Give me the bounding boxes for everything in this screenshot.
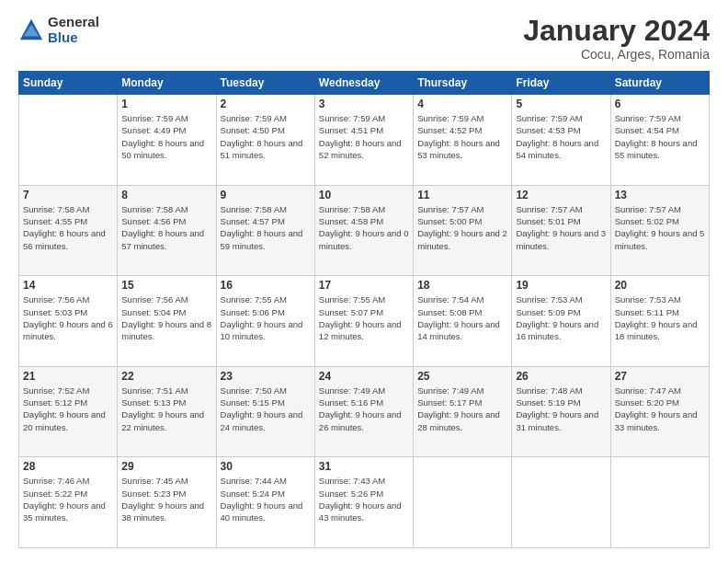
day-info: Sunrise: 7:52 AMSunset: 5:12 PMDaylight:… bbox=[23, 385, 113, 433]
day-number: 26 bbox=[516, 370, 606, 383]
day-number: 1 bbox=[121, 98, 211, 110]
logo-blue: Blue bbox=[48, 30, 99, 46]
title-area: January 2024 Cocu, Arges, Romania bbox=[523, 15, 710, 62]
table-row: 5Sunrise: 7:59 AMSunset: 4:53 PMDaylight… bbox=[512, 95, 610, 186]
day-info: Sunrise: 7:56 AMSunset: 5:04 PMDaylight:… bbox=[121, 293, 211, 342]
table-row: 9Sunrise: 7:58 AMSunset: 4:57 PMDaylight… bbox=[216, 185, 314, 276]
table-row: 11Sunrise: 7:57 AMSunset: 5:00 PMDayligh… bbox=[414, 185, 512, 276]
day-number: 31 bbox=[319, 460, 409, 473]
calendar-header-row: Sunday Monday Tuesday Wednesday Thursday… bbox=[19, 72, 710, 95]
day-number: 15 bbox=[121, 279, 211, 292]
day-info: Sunrise: 7:53 AMSunset: 5:11 PMDaylight:… bbox=[615, 293, 705, 342]
table-row: 8Sunrise: 7:58 AMSunset: 4:56 PMDaylight… bbox=[118, 185, 216, 276]
day-info: Sunrise: 7:59 AMSunset: 4:53 PMDaylight:… bbox=[516, 112, 606, 161]
day-number: 19 bbox=[516, 279, 606, 292]
table-row: 2Sunrise: 7:59 AMSunset: 4:50 PMDaylight… bbox=[216, 95, 314, 186]
day-info: Sunrise: 7:59 AMSunset: 4:49 PMDaylight:… bbox=[121, 112, 211, 161]
day-info: Sunrise: 7:59 AMSunset: 4:54 PMDaylight:… bbox=[615, 112, 705, 161]
day-number: 9 bbox=[221, 189, 311, 201]
day-number: 10 bbox=[319, 189, 409, 201]
table-row: 6Sunrise: 7:59 AMSunset: 4:54 PMDaylight… bbox=[610, 95, 709, 186]
table-row: 18Sunrise: 7:54 AMSunset: 5:08 PMDayligh… bbox=[414, 276, 512, 367]
table-row: 1Sunrise: 7:59 AMSunset: 4:49 PMDaylight… bbox=[118, 95, 216, 186]
day-info: Sunrise: 7:58 AMSunset: 4:58 PMDaylight:… bbox=[319, 203, 409, 252]
day-info: Sunrise: 7:53 AMSunset: 5:09 PMDaylight:… bbox=[516, 293, 606, 342]
day-number: 4 bbox=[417, 98, 507, 110]
day-number: 14 bbox=[23, 279, 113, 292]
table-row: 29Sunrise: 7:45 AMSunset: 5:23 PMDayligh… bbox=[118, 457, 216, 548]
day-info: Sunrise: 7:57 AMSunset: 5:00 PMDaylight:… bbox=[417, 203, 507, 252]
table-row: 24Sunrise: 7:49 AMSunset: 5:16 PMDayligh… bbox=[314, 366, 413, 457]
table-row bbox=[414, 457, 512, 548]
calendar-week-5: 28Sunrise: 7:46 AMSunset: 5:22 PMDayligh… bbox=[19, 457, 710, 548]
table-row: 23Sunrise: 7:50 AMSunset: 5:15 PMDayligh… bbox=[216, 366, 314, 457]
day-info: Sunrise: 7:59 AMSunset: 4:50 PMDaylight:… bbox=[221, 112, 311, 161]
calendar-week-3: 14Sunrise: 7:56 AMSunset: 5:03 PMDayligh… bbox=[19, 276, 710, 367]
header: General Blue January 2024 Cocu, Arges, R… bbox=[18, 15, 710, 62]
day-number: 2 bbox=[221, 98, 311, 110]
day-number: 28 bbox=[23, 460, 113, 473]
day-info: Sunrise: 7:58 AMSunset: 4:57 PMDaylight:… bbox=[221, 203, 311, 252]
day-number: 13 bbox=[615, 189, 705, 201]
day-number: 21 bbox=[23, 370, 113, 383]
day-number: 25 bbox=[417, 370, 507, 383]
day-info: Sunrise: 7:55 AMSunset: 5:06 PMDaylight:… bbox=[221, 293, 311, 342]
day-info: Sunrise: 7:50 AMSunset: 5:15 PMDaylight:… bbox=[221, 385, 311, 433]
day-number: 18 bbox=[417, 279, 507, 292]
day-info: Sunrise: 7:56 AMSunset: 5:03 PMDaylight:… bbox=[23, 293, 113, 342]
location-subtitle: Cocu, Arges, Romania bbox=[523, 47, 710, 62]
day-info: Sunrise: 7:54 AMSunset: 5:08 PMDaylight:… bbox=[417, 293, 507, 342]
header-sunday: Sunday bbox=[19, 72, 118, 95]
day-number: 24 bbox=[319, 370, 409, 383]
table-row: 28Sunrise: 7:46 AMSunset: 5:22 PMDayligh… bbox=[19, 457, 118, 548]
table-row: 27Sunrise: 7:47 AMSunset: 5:20 PMDayligh… bbox=[610, 366, 709, 457]
table-row: 4Sunrise: 7:59 AMSunset: 4:52 PMDaylight… bbox=[414, 95, 512, 186]
day-number: 3 bbox=[319, 98, 409, 110]
page: General Blue January 2024 Cocu, Arges, R… bbox=[0, 0, 728, 563]
day-info: Sunrise: 7:58 AMSunset: 4:55 PMDaylight:… bbox=[23, 203, 113, 252]
day-info: Sunrise: 7:48 AMSunset: 5:19 PMDaylight:… bbox=[516, 385, 606, 433]
logo-text: General Blue bbox=[48, 15, 99, 45]
day-number: 23 bbox=[221, 370, 311, 383]
table-row: 20Sunrise: 7:53 AMSunset: 5:11 PMDayligh… bbox=[610, 276, 709, 367]
table-row: 22Sunrise: 7:51 AMSunset: 5:13 PMDayligh… bbox=[118, 366, 216, 457]
day-info: Sunrise: 7:47 AMSunset: 5:20 PMDaylight:… bbox=[615, 385, 705, 433]
day-number: 27 bbox=[615, 370, 705, 383]
day-info: Sunrise: 7:49 AMSunset: 5:16 PMDaylight:… bbox=[319, 385, 409, 433]
table-row bbox=[19, 95, 118, 186]
day-number: 8 bbox=[121, 189, 211, 201]
header-thursday: Thursday bbox=[414, 72, 512, 95]
day-info: Sunrise: 7:44 AMSunset: 5:24 PMDaylight:… bbox=[221, 475, 311, 523]
day-number: 5 bbox=[516, 98, 606, 110]
day-info: Sunrise: 7:51 AMSunset: 5:13 PMDaylight:… bbox=[121, 385, 211, 433]
day-number: 12 bbox=[516, 189, 606, 201]
day-number: 20 bbox=[615, 279, 705, 292]
day-info: Sunrise: 7:43 AMSunset: 5:26 PMDaylight:… bbox=[319, 475, 409, 523]
calendar-week-1: 1Sunrise: 7:59 AMSunset: 4:49 PMDaylight… bbox=[19, 95, 710, 186]
header-wednesday: Wednesday bbox=[314, 72, 413, 95]
table-row: 3Sunrise: 7:59 AMSunset: 4:51 PMDaylight… bbox=[314, 95, 413, 186]
calendar-week-4: 21Sunrise: 7:52 AMSunset: 5:12 PMDayligh… bbox=[19, 366, 710, 457]
day-number: 29 bbox=[121, 460, 211, 473]
day-info: Sunrise: 7:58 AMSunset: 4:56 PMDaylight:… bbox=[121, 203, 211, 252]
table-row: 16Sunrise: 7:55 AMSunset: 5:06 PMDayligh… bbox=[216, 276, 314, 367]
day-number: 30 bbox=[221, 460, 311, 473]
table-row: 17Sunrise: 7:55 AMSunset: 5:07 PMDayligh… bbox=[314, 276, 413, 367]
table-row: 19Sunrise: 7:53 AMSunset: 5:09 PMDayligh… bbox=[512, 276, 610, 367]
table-row: 7Sunrise: 7:58 AMSunset: 4:55 PMDaylight… bbox=[19, 185, 118, 276]
logo-icon bbox=[18, 17, 44, 43]
day-number: 16 bbox=[221, 279, 311, 292]
day-info: Sunrise: 7:59 AMSunset: 4:52 PMDaylight:… bbox=[417, 112, 507, 161]
table-row bbox=[610, 457, 709, 548]
day-number: 6 bbox=[615, 98, 705, 110]
logo: General Blue bbox=[18, 15, 99, 45]
day-number: 22 bbox=[121, 370, 211, 383]
day-info: Sunrise: 7:45 AMSunset: 5:23 PMDaylight:… bbox=[121, 475, 211, 523]
day-number: 7 bbox=[23, 189, 113, 201]
logo-general: General bbox=[48, 15, 99, 30]
day-info: Sunrise: 7:57 AMSunset: 5:02 PMDaylight:… bbox=[615, 203, 705, 252]
day-info: Sunrise: 7:46 AMSunset: 5:22 PMDaylight:… bbox=[23, 475, 113, 523]
header-friday: Friday bbox=[512, 72, 610, 95]
header-monday: Monday bbox=[118, 72, 216, 95]
month-title: January 2024 bbox=[523, 15, 710, 47]
